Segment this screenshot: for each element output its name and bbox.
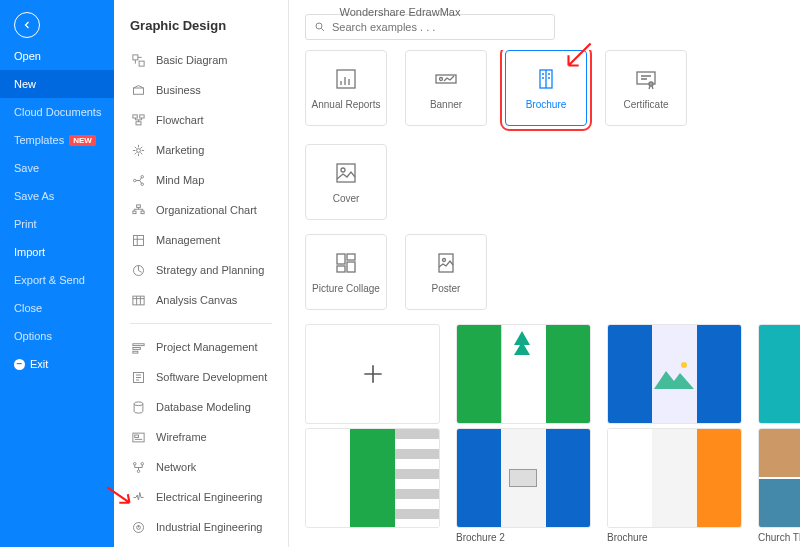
type-card-annual-reports[interactable]: Annual Reports xyxy=(305,50,387,126)
category-item-wireframe[interactable]: Wireframe xyxy=(114,422,288,452)
svg-rect-2 xyxy=(133,88,143,94)
template-thumb[interactable] xyxy=(456,428,591,528)
category-item-electrical-engineering[interactable]: Electrical Engineering xyxy=(114,482,288,512)
category-icon xyxy=(130,399,146,415)
category-item-network[interactable]: Network xyxy=(114,452,288,482)
category-label: Wireframe xyxy=(156,431,207,443)
type-label: Annual Reports xyxy=(312,99,381,110)
template-label: Brochure xyxy=(607,532,742,543)
back-button[interactable] xyxy=(14,12,40,38)
template-thumb[interactable] xyxy=(305,428,440,528)
svg-rect-46 xyxy=(337,266,345,272)
template-label: Brochure 2 xyxy=(456,532,591,543)
category-label: Marketing xyxy=(156,144,204,156)
sidebar-item-label: Export & Send xyxy=(14,274,85,286)
type-card-brochure[interactable]: Brochure xyxy=(505,50,587,126)
svg-rect-13 xyxy=(133,235,143,245)
sidebar-item-options[interactable]: Options xyxy=(0,322,114,350)
category-item-industrial-engineering[interactable]: Industrial Engineering xyxy=(114,512,288,542)
sidebar-item-label: Open xyxy=(14,50,41,62)
type-card-certificate[interactable]: Certificate xyxy=(605,50,687,126)
svg-point-20 xyxy=(134,401,143,405)
sidebar-item-save-as[interactable]: Save As xyxy=(0,182,114,210)
category-label: Management xyxy=(156,234,220,246)
type-label: Brochure xyxy=(526,99,567,110)
category-label: Database Modeling xyxy=(156,401,251,413)
category-icon xyxy=(130,52,146,68)
arrow-left-icon xyxy=(21,19,33,31)
category-icon xyxy=(130,82,146,98)
search-input[interactable] xyxy=(332,21,546,33)
sidebar-item-label: New xyxy=(14,78,36,90)
template-item[interactable] xyxy=(607,324,742,424)
type-card-picture-collage[interactable]: Picture Collage xyxy=(305,234,387,310)
category-title: Graphic Design xyxy=(114,0,288,45)
svg-rect-15 xyxy=(132,296,143,305)
template-thumb[interactable] xyxy=(607,428,742,528)
template-item[interactable] xyxy=(305,428,440,543)
type-label: Picture Collage xyxy=(312,283,380,294)
new-blank-template[interactable] xyxy=(305,324,440,424)
sidebar-item-close[interactable]: Close xyxy=(0,294,114,322)
category-item-mind-map[interactable]: Mind Map xyxy=(114,165,288,195)
sidebar-item-label: Print xyxy=(14,218,37,230)
template-item[interactable] xyxy=(758,324,800,424)
category-item-marketing[interactable]: Marketing xyxy=(114,135,288,165)
category-icon xyxy=(130,142,146,158)
category-item-organizational-chart[interactable]: Organizational Chart xyxy=(114,195,288,225)
template-thumb[interactable] xyxy=(758,324,800,424)
category-list[interactable]: Basic DiagramBusinessFlowchartMarketingM… xyxy=(114,45,288,547)
template-thumb[interactable] xyxy=(456,324,591,424)
svg-rect-43 xyxy=(337,254,345,264)
sidebar-item-cloud-documents[interactable]: Cloud Documents xyxy=(0,98,114,126)
app-title: Wondershare EdrawMax xyxy=(340,6,461,18)
sidebar-item-open[interactable]: Open xyxy=(0,42,114,70)
template-item[interactable]: Church Three Fold 1 xyxy=(758,428,800,543)
template-item[interactable]: Brochure 2 xyxy=(456,428,591,543)
category-item-database-modeling[interactable]: Database Modeling xyxy=(114,392,288,422)
category-item-basic-diagram[interactable]: Basic Diagram xyxy=(114,45,288,75)
category-item-flowchart[interactable]: Flowchart xyxy=(114,105,288,135)
category-column: Graphic Design Basic DiagramBusinessFlow… xyxy=(114,0,289,547)
svg-rect-10 xyxy=(136,204,140,207)
category-item-business[interactable]: Business xyxy=(114,75,288,105)
category-item-management[interactable]: Management xyxy=(114,225,288,255)
template-thumb[interactable] xyxy=(758,428,800,528)
sidebar-item-templates[interactable]: TemplatesNEW xyxy=(0,126,114,154)
category-item-analysis-canvas[interactable]: Analysis Canvas xyxy=(114,285,288,315)
type-card-cover[interactable]: Cover xyxy=(305,144,387,220)
sidebar-item-import[interactable]: Import xyxy=(0,238,114,266)
category-icon xyxy=(130,459,146,475)
category-item-building-plan[interactable]: Building Plan xyxy=(114,542,288,547)
poster-icon xyxy=(432,251,460,275)
category-item-project-management[interactable]: Project Management xyxy=(114,332,288,362)
cover-icon xyxy=(332,161,360,185)
category-icon xyxy=(130,489,146,505)
svg-rect-3 xyxy=(132,114,136,117)
svg-rect-44 xyxy=(347,254,355,260)
type-card-poster[interactable]: Poster xyxy=(405,234,487,310)
sidebar-item-save[interactable]: Save xyxy=(0,154,114,182)
category-item-strategy-and-planning[interactable]: Strategy and Planning xyxy=(114,255,288,285)
sidebar-item-exit[interactable]: −Exit xyxy=(0,350,114,378)
template-item[interactable] xyxy=(305,324,440,424)
type-card-banner[interactable]: Banner xyxy=(405,50,487,126)
template-item[interactable] xyxy=(456,324,591,424)
category-icon xyxy=(130,172,146,188)
template-thumb[interactable] xyxy=(607,324,742,424)
svg-rect-1 xyxy=(139,61,144,66)
sidebar-item-new[interactable]: New xyxy=(0,70,114,98)
category-item-software-development[interactable]: Software Development xyxy=(114,362,288,392)
sidebar-item-label: Save xyxy=(14,162,39,174)
svg-point-48 xyxy=(443,258,446,261)
template-item[interactable]: Brochure xyxy=(607,428,742,543)
type-label: Poster xyxy=(432,283,461,294)
svg-rect-4 xyxy=(139,114,143,117)
sidebar-item-export-send[interactable]: Export & Send xyxy=(0,266,114,294)
sidebar-item-print[interactable]: Print xyxy=(0,210,114,238)
brochure-icon xyxy=(532,67,560,91)
category-label: Project Management xyxy=(156,341,258,353)
new-badge: NEW xyxy=(69,135,96,146)
sidebar-item-label: Options xyxy=(14,330,52,342)
banner-icon xyxy=(432,67,460,91)
